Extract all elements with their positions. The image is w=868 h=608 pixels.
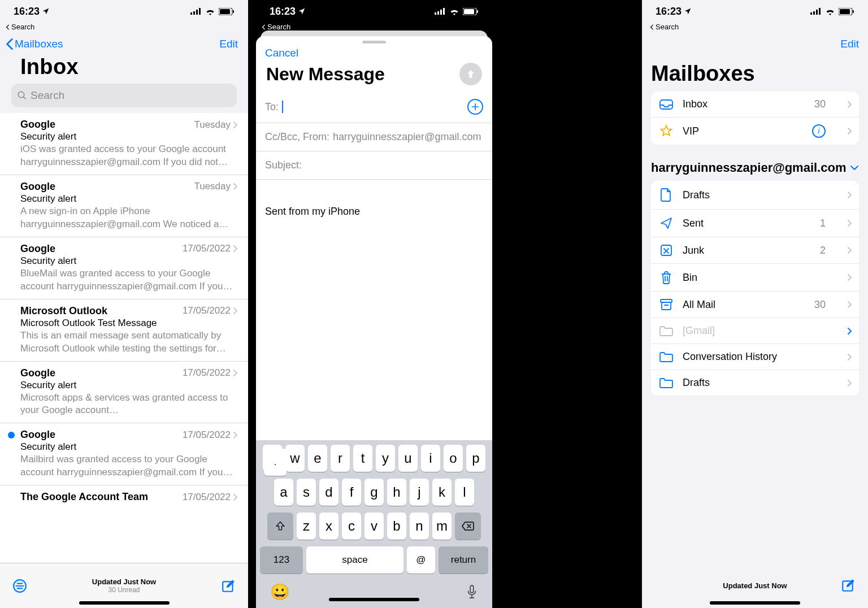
- cancel-button[interactable]: Cancel: [256, 44, 492, 59]
- backspace-key[interactable]: [455, 513, 481, 540]
- folder-row[interactable]: Sent1: [651, 210, 859, 237]
- back-to-app[interactable]: Search: [0, 23, 248, 31]
- back-mailboxes[interactable]: Mailboxes: [6, 38, 63, 50]
- inbox-icon: [659, 99, 674, 110]
- key-x[interactable]: x: [319, 513, 338, 540]
- mailbox-row-inbox[interactable]: Inbox30: [651, 92, 859, 118]
- page-title: Inbox: [0, 54, 248, 84]
- folder-row[interactable]: Drafts: [651, 181, 859, 210]
- key-g[interactable]: g: [364, 479, 384, 506]
- key-y[interactable]: y: [376, 445, 395, 472]
- space-key[interactable]: space: [306, 546, 403, 574]
- key-h[interactable]: h: [387, 479, 406, 506]
- key-m[interactable]: m: [432, 513, 452, 540]
- message-date: 17/05/2022: [183, 243, 238, 254]
- shift-key[interactable]: [267, 513, 293, 540]
- folder-label: Drafts: [683, 377, 826, 389]
- back-to-app[interactable]: Search: [642, 23, 868, 31]
- wifi-icon: [825, 8, 835, 15]
- number-key[interactable]: 123: [260, 546, 303, 574]
- send-button[interactable]: [459, 63, 482, 85]
- count-badge: 30: [814, 299, 826, 311]
- message-row[interactable]: Google17/05/2022 Security alertMicrosoft…: [0, 362, 248, 424]
- key-v[interactable]: v: [364, 513, 384, 540]
- message-row[interactable]: Microsoft Outlook17/05/2022 Microsoft Ou…: [0, 299, 248, 362]
- key-l[interactable]: l: [455, 479, 474, 506]
- folder-row[interactable]: Bin: [651, 264, 859, 292]
- message-row[interactable]: The Google Account Team17/05/2022: [0, 485, 248, 503]
- ccbcc-field[interactable]: Cc/Bcc, From: harryguinnesszapier@gmail.…: [256, 123, 492, 151]
- dictation-icon[interactable]: [466, 584, 478, 600]
- message-row[interactable]: Google17/05/2022 Security alertBlueMail …: [0, 237, 248, 299]
- message-row[interactable]: GoogleTuesday Security alertA new sign-i…: [0, 175, 248, 237]
- svg-rect-17: [470, 585, 474, 593]
- status-bar: 16:23: [256, 0, 492, 23]
- at-key[interactable]: @: [407, 546, 435, 574]
- message-preview: Mailbird was granted access to your Goog…: [20, 453, 238, 479]
- key-e[interactable]: e: [308, 445, 327, 472]
- message-row[interactable]: GoogleTuesday Security alertiOS was gran…: [0, 113, 248, 175]
- svg-rect-20: [816, 10, 818, 15]
- filter-icon[interactable]: [12, 579, 27, 593]
- key-b[interactable]: b: [387, 513, 406, 540]
- mailbox-row-vip[interactable]: VIPi: [651, 118, 859, 145]
- key-w[interactable]: w: [285, 445, 305, 472]
- folder-row[interactable]: Junk2: [651, 237, 859, 264]
- period-key[interactable]: .: [264, 449, 287, 476]
- key-a[interactable]: a: [274, 479, 293, 506]
- key-s[interactable]: s: [297, 479, 316, 506]
- account-section-header[interactable]: harryguinnesszapier@gmail.com: [642, 145, 868, 181]
- key-o[interactable]: o: [444, 445, 463, 472]
- key-c[interactable]: c: [342, 513, 361, 540]
- search-input[interactable]: Search: [11, 84, 237, 107]
- key-p[interactable]: p: [466, 445, 485, 472]
- subject-field[interactable]: Subject:: [256, 151, 492, 180]
- edit-button[interactable]: Edit: [840, 38, 859, 50]
- wifi-icon: [449, 8, 459, 15]
- key-f[interactable]: f: [342, 479, 361, 506]
- mailbox-label: VIP: [683, 125, 803, 137]
- info-icon[interactable]: i: [812, 124, 826, 138]
- folder-icon: [659, 351, 674, 363]
- return-key[interactable]: return: [439, 546, 488, 574]
- message-date: Tuesday: [194, 119, 238, 131]
- folder-row[interactable]: [Gmail]: [651, 318, 859, 344]
- to-field[interactable]: To:: [256, 91, 492, 123]
- key-k[interactable]: k: [432, 479, 452, 506]
- compose-icon[interactable]: [841, 578, 856, 593]
- svg-rect-1: [193, 11, 195, 15]
- svg-rect-5: [220, 9, 230, 14]
- emoji-key[interactable]: 😀: [270, 583, 290, 601]
- add-contact-icon[interactable]: [467, 99, 483, 115]
- message-sender: Google: [20, 243, 55, 255]
- home-indicator[interactable]: [79, 601, 170, 605]
- edit-button[interactable]: Edit: [219, 38, 238, 50]
- folder-row[interactable]: Conversation History: [651, 344, 859, 370]
- key-n[interactable]: n: [410, 513, 429, 540]
- home-indicator[interactable]: [710, 601, 800, 605]
- message-sender: Microsoft Outlook: [20, 305, 107, 317]
- key-z[interactable]: z: [297, 513, 316, 540]
- folder-row[interactable]: Drafts: [651, 370, 859, 396]
- chevron-down-icon: [850, 165, 859, 171]
- folder-row[interactable]: All Mail30: [651, 292, 859, 318]
- svg-rect-10: [435, 12, 436, 15]
- folder-label: [Gmail]: [683, 325, 826, 337]
- message-body[interactable]: Sent from my iPhone: [256, 180, 492, 244]
- folder-icon: [659, 377, 674, 389]
- home-indicator[interactable]: [329, 598, 419, 601]
- key-t[interactable]: t: [353, 445, 372, 472]
- svg-rect-26: [661, 299, 672, 302]
- key-j[interactable]: j: [410, 479, 429, 506]
- status-updated: Updated Just Now: [92, 577, 156, 586]
- key-r[interactable]: r: [331, 445, 350, 472]
- compose-icon[interactable]: [221, 579, 236, 593]
- key-u[interactable]: u: [398, 445, 418, 472]
- unread-dot: [8, 432, 15, 438]
- key-d[interactable]: d: [319, 479, 338, 506]
- back-to-app[interactable]: Search: [256, 23, 492, 31]
- key-i[interactable]: i: [421, 445, 440, 472]
- message-sender: The Google Account Team: [20, 491, 148, 503]
- message-row[interactable]: Google17/05/2022 Security alertMailbird …: [0, 423, 248, 485]
- message-preview: This is an email message sent automatica…: [20, 329, 238, 355]
